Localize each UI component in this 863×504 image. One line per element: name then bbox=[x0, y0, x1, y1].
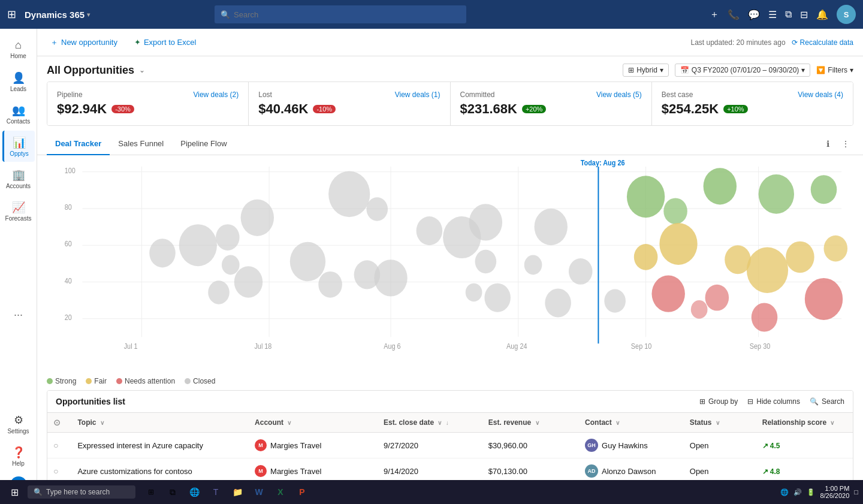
chart-tabs: Deal Tracker Sales Funnel Pipeline Flow … bbox=[37, 133, 863, 155]
home-icon: ⌂ bbox=[15, 39, 22, 52]
tab-sales-funnel[interactable]: Sales Funnel bbox=[110, 133, 172, 155]
group-by-button[interactable]: ⊞ Group by bbox=[699, 397, 738, 406]
kpi-cards: Pipeline View deals (2) $92.94K -30% Los… bbox=[47, 82, 853, 126]
app-title[interactable]: Dynamics 365 ▾ bbox=[25, 10, 90, 20]
hybrid-selector[interactable]: ⊞ Hybrid ▾ bbox=[623, 64, 669, 77]
app-title-chevron[interactable]: ▾ bbox=[87, 11, 90, 18]
svg-text:80: 80 bbox=[65, 204, 72, 212]
taskbar-edge-icon[interactable]: 🌐 bbox=[185, 482, 204, 502]
account-sort-icon: ∨ bbox=[287, 420, 291, 426]
grid-icon[interactable]: ⊞ bbox=[7, 8, 16, 21]
main-layout: ⌂ Home 👤 Leads 👥 Contacts 📊 Opptys 🏢 Acc… bbox=[0, 29, 863, 504]
tab-pipeline-flow[interactable]: Pipeline Flow bbox=[172, 133, 235, 155]
leads-icon: 👤 bbox=[12, 71, 25, 84]
sidebar-item-forecasts[interactable]: 📈 Forecasts bbox=[2, 195, 35, 227]
taskbar-excel-icon[interactable]: X bbox=[271, 482, 290, 502]
row1-select[interactable]: ○ bbox=[47, 433, 71, 458]
list-search-button[interactable]: 🔍 Search bbox=[810, 397, 844, 406]
taskbar-taskview-icon[interactable]: ⧉ bbox=[163, 482, 182, 502]
margies2-logo: M bbox=[255, 465, 267, 477]
sidebar-item-help[interactable]: ❓ Help bbox=[2, 440, 35, 472]
svg-point-25 bbox=[179, 224, 217, 266]
sidebar-item-contacts[interactable]: 👥 Contacts bbox=[2, 98, 35, 129]
svg-point-42 bbox=[374, 259, 407, 296]
taskbar-time: 1:00 PM 8/26/2020 bbox=[820, 485, 849, 499]
new-opportunity-button[interactable]: ＋ New opportunity bbox=[47, 35, 121, 50]
notification-icon[interactable]: □ bbox=[854, 488, 858, 496]
sidebar-item-leads[interactable]: 👤 Leads bbox=[2, 66, 35, 97]
status-sort-icon: ∨ bbox=[716, 420, 720, 426]
start-button[interactable]: ⊞ bbox=[5, 482, 24, 502]
th-score[interactable]: Relationship score ∨ bbox=[756, 413, 853, 433]
kpi-pipeline-badge: -30% bbox=[111, 105, 134, 113]
taskbar-files-icon[interactable]: 📁 bbox=[228, 482, 247, 502]
th-status[interactable]: Status ∨ bbox=[684, 413, 756, 433]
kpi-committed-value: $231.68K bbox=[460, 101, 517, 117]
recalc-icon: ⟳ bbox=[792, 38, 798, 47]
period-chevron-icon: ▾ bbox=[801, 66, 805, 74]
tab-deal-tracker[interactable]: Deal Tracker bbox=[47, 133, 110, 155]
phone-icon[interactable]: 📞 bbox=[728, 9, 740, 20]
last-updated-text: Last updated: 20 minutes ago bbox=[690, 38, 785, 47]
kpi-bestcase-value: $254.25K bbox=[662, 101, 719, 117]
hide-columns-button[interactable]: ⊟ Hide columns bbox=[747, 397, 800, 406]
table-row: ○ Expressed interest in Azure capacity M… bbox=[47, 433, 853, 458]
recalculate-button[interactable]: ⟳ Recalculate data bbox=[792, 38, 853, 47]
window-icon[interactable]: ⧉ bbox=[785, 9, 792, 20]
sidebar-item-settings[interactable]: ⚙ Settings bbox=[2, 408, 35, 439]
global-search-input[interactable] bbox=[234, 10, 460, 19]
export-to-excel-button[interactable]: ✦ Export to Excel bbox=[131, 35, 200, 49]
svg-point-56 bbox=[747, 247, 788, 293]
page-title-chevron-icon[interactable]: ⌄ bbox=[139, 66, 145, 74]
sidebar-item-opptys[interactable]: 📊 Opptys bbox=[2, 131, 35, 162]
svg-point-47 bbox=[604, 289, 626, 312]
kpi-committed-view-link[interactable]: View deals (5) bbox=[596, 90, 642, 99]
select-all-icon[interactable]: ⊙ bbox=[53, 418, 61, 427]
th-revenue[interactable]: Est. revenue ∨ bbox=[482, 413, 579, 433]
score-sort-icon: ∨ bbox=[830, 420, 834, 426]
taskbar-word-icon[interactable]: W bbox=[249, 482, 268, 502]
user-avatar[interactable]: S bbox=[837, 5, 856, 24]
taskbar-search-button[interactable]: 🔍 Type here to search bbox=[28, 485, 135, 499]
th-closedate[interactable]: Est. close date ∨ ↓ bbox=[378, 413, 482, 433]
taskbar-teams-icon[interactable]: T bbox=[206, 482, 225, 502]
th-account[interactable]: Account ∨ bbox=[249, 413, 378, 433]
sidebar-more-icon[interactable]: ··· bbox=[14, 309, 23, 321]
margies-logo: M bbox=[255, 439, 267, 451]
columns-icon[interactable]: ⊟ bbox=[800, 9, 808, 20]
bell-icon[interactable]: 🔔 bbox=[816, 9, 828, 20]
svg-point-37 bbox=[469, 204, 502, 240]
opportunities-list-header: Opportunities list ⊞ Group by ⊟ Hide col… bbox=[47, 391, 853, 413]
add-icon[interactable]: ＋ bbox=[710, 8, 719, 21]
th-topic[interactable]: Topic ∨ bbox=[71, 413, 249, 433]
revenue-sort-icon: ∨ bbox=[535, 420, 539, 426]
filters-button[interactable]: 🔽 Filters ▾ bbox=[816, 66, 853, 74]
th-contact[interactable]: Contact ∨ bbox=[579, 413, 684, 433]
closed-dot bbox=[185, 378, 191, 384]
taskbar-ppt-icon[interactable]: P bbox=[292, 482, 312, 502]
plus-icon: ＋ bbox=[50, 37, 58, 48]
list-icon[interactable]: ☰ bbox=[768, 9, 777, 20]
accounts-icon: 🏢 bbox=[12, 168, 25, 182]
list-search-icon: 🔍 bbox=[810, 397, 819, 406]
global-search-bar[interactable]: 🔍 bbox=[215, 5, 466, 23]
more-icon[interactable]: ⋮ bbox=[838, 135, 853, 152]
chat-icon[interactable]: 💬 bbox=[748, 9, 760, 20]
row1-topic[interactable]: Expressed interest in Azure capacity bbox=[71, 433, 249, 458]
kpi-committed-label: Committed View deals (5) bbox=[460, 90, 642, 99]
kpi-bestcase: Best case View deals (4) $254.25K +10% bbox=[652, 82, 853, 125]
kpi-bestcase-view-link[interactable]: View deals (4) bbox=[798, 90, 843, 99]
info-icon[interactable]: ℹ bbox=[823, 135, 833, 152]
kpi-pipeline-view-link[interactable]: View deals (2) bbox=[193, 90, 239, 99]
row1-account[interactable]: M Margies Travel bbox=[249, 433, 378, 458]
sidebar-item-home[interactable]: ⌂ Home bbox=[2, 34, 35, 65]
filters-chevron-icon: ▾ bbox=[850, 66, 853, 74]
period-selector[interactable]: 📅 Q3 FY2020 (07/01/20 – 09/30/20) ▾ bbox=[675, 64, 810, 77]
sidebar-item-accounts[interactable]: 🏢 Accounts bbox=[2, 163, 35, 194]
row1-contact[interactable]: GH Guy Hawkins bbox=[579, 433, 684, 458]
closedate-sort-icon: ∨ bbox=[437, 420, 442, 426]
help-icon: ❓ bbox=[12, 446, 25, 459]
kpi-pipeline-label: Pipeline View deals (2) bbox=[57, 90, 239, 99]
taskbar-widgets-icon[interactable]: ⊞ bbox=[141, 482, 161, 502]
kpi-lost-view-link[interactable]: View deals (1) bbox=[395, 90, 440, 99]
